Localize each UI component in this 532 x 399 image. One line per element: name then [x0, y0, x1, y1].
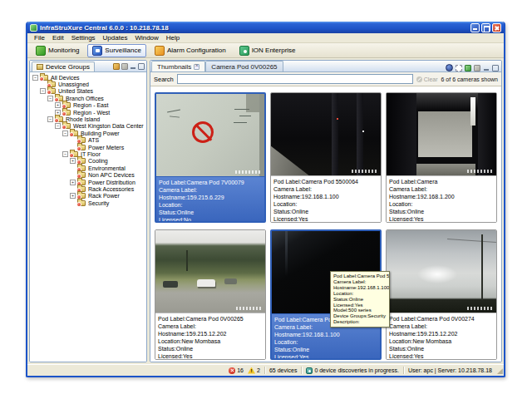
menu-file[interactable]: File [31, 34, 48, 42]
minimize-button[interactable] [470, 23, 480, 32]
tree-item-region-east[interactable]: Region - East [30, 102, 146, 109]
timestamp-overlay [352, 170, 378, 173]
perspective-toolbar: Monitoring Surveillance Alarm Configurat… [27, 43, 504, 58]
tooltip-hostname: Hostname:192.168.1.100 [333, 285, 387, 291]
surveillance-icon [92, 46, 102, 56]
expand-icon[interactable] [70, 180, 76, 185]
scene-detail [337, 118, 338, 120]
tree-item-it-floor[interactable]: IT Floor [30, 150, 146, 157]
expand-icon[interactable] [70, 158, 76, 164]
alarm-configuration-icon [155, 46, 165, 56]
view-menu-icon[interactable] [446, 64, 453, 71]
collapse-icon[interactable] [62, 131, 68, 136]
camera-card-5500064[interactable]: Pod Label:Camera Pod 5500064 Camera Labe… [270, 92, 382, 223]
status: Status:Online [389, 208, 494, 215]
monitoring-button[interactable]: Monitoring [31, 44, 84, 57]
scene-detail [197, 279, 215, 287]
tree-item-security[interactable]: Security [30, 200, 146, 206]
scene-detail [271, 140, 322, 175]
scene-detail [259, 94, 264, 176]
tree-item-region-west[interactable]: Region - West [30, 109, 146, 116]
camera-card-0V00265[interactable]: Pod Label:Camera Pod 0V00265 Camera Labe… [155, 229, 266, 360]
camera-label: Camera Label: [273, 185, 378, 193]
collapse-icon[interactable] [40, 88, 46, 94]
tree-item-west-kingston-data-center[interactable]: West Kingston Data Center [30, 123, 146, 130]
title-bar[interactable]: InfraStruXure Central 6.0.0 : 10.218.78.… [27, 22, 504, 33]
add-device-group-icon[interactable] [113, 63, 120, 70]
close-button[interactable] [492, 23, 501, 32]
spacer [70, 165, 76, 171]
collapse-icon[interactable] [32, 75, 38, 81]
camera-thumbnail[interactable] [156, 94, 264, 176]
camera-card-0V00274[interactable]: Pod Label:Camera Pod 0V00274 Camera Labe… [386, 229, 497, 360]
search-input[interactable] [177, 74, 413, 84]
scene-detail [470, 97, 475, 126]
scene-detail [362, 131, 364, 132]
menu-help[interactable]: Help [163, 34, 183, 42]
camera-thumbnail[interactable] [387, 230, 496, 313]
tree-item-branch-offices[interactable]: Branch Offices [30, 95, 146, 101]
collapse-icon[interactable] [55, 123, 61, 129]
tree-item-building-power[interactable]: Building Power [30, 130, 146, 136]
collapse-icon[interactable] [47, 116, 53, 122]
tree-item-rhode-island[interactable]: Rhode Island [30, 116, 146, 122]
separator [264, 367, 265, 374]
workspace: Device Groups All Devices Unassigned Uni… [27, 58, 504, 364]
folder-icon [77, 145, 86, 150]
tree-item-rack-power[interactable]: Rack Power [30, 193, 146, 200]
minimize-view-icon[interactable] [483, 65, 490, 71]
tree-item-power-distribution[interactable]: Power Distribution [30, 179, 146, 185]
scene-detail [186, 250, 188, 272]
device-groups-tab[interactable]: Device Groups [32, 62, 95, 71]
clear-button[interactable]: Clear [416, 76, 438, 82]
location: Location: [389, 200, 494, 208]
alarm-configuration-button[interactable]: Alarm Configuration [150, 44, 231, 57]
resize-grip[interactable] [497, 367, 503, 375]
tree-item-power-meters[interactable]: Power Meters [30, 144, 146, 150]
layout-icon[interactable] [456, 65, 462, 71]
surveillance-button[interactable]: Surveillance [87, 44, 146, 57]
camera-caption: Pod Label:Camera Pod 0V00274 Camera Labe… [387, 313, 496, 359]
collapse-all-icon[interactable] [121, 63, 128, 70]
menu-edit[interactable]: Edit [49, 34, 67, 42]
tab-close-icon[interactable] [194, 64, 200, 70]
warning-status[interactable]: 2 [248, 367, 260, 374]
tab-thumbnails[interactable]: Thumbnails [151, 61, 205, 71]
settings-icon[interactable] [474, 65, 480, 71]
camera-card-camera[interactable]: Pod Label:Camera Camera Label: Hostname:… [386, 92, 497, 223]
tree-item-rack-accessories[interactable]: Rack Accessories [30, 185, 146, 192]
minimize-view-icon[interactable] [130, 63, 136, 70]
expand-icon[interactable] [55, 102, 61, 108]
tree-item-ats[interactable]: ATS [30, 137, 146, 144]
menu-window[interactable]: Window [131, 34, 161, 42]
error-status[interactable]: 16 [229, 367, 244, 374]
tree-item-non-apc-devices[interactable]: Non APC Devices [30, 171, 146, 178]
camera-thumbnail[interactable] [387, 93, 496, 175]
maximize-view-icon[interactable] [138, 63, 145, 70]
tree-item-label: IT Floor [81, 151, 101, 157]
tree-item-environmental[interactable]: Environmental [30, 165, 146, 171]
maximize-button[interactable] [481, 23, 490, 32]
spacer [40, 81, 46, 87]
folder-icon [77, 200, 86, 206]
camera-card-7V00079[interactable]: Pod Label:Camera Pod 7V00079 Camera Labe… [155, 92, 266, 223]
menu-updates[interactable]: Updates [100, 34, 131, 42]
collapse-icon[interactable] [62, 151, 68, 157]
camera-label: Camera Label: [159, 186, 262, 194]
camera-thumbnail[interactable] [271, 93, 381, 175]
maximize-view-icon[interactable] [492, 65, 499, 71]
tree-item-united-states[interactable]: United States [30, 88, 146, 95]
ion-enterprise-button[interactable]: ION Enterprise [234, 44, 301, 57]
surveillance-panel: Thumbnails Camera Pod 0V00265 [150, 60, 502, 362]
tree-item-label: Power Distribution [88, 180, 135, 185]
menu-settings[interactable]: Settings [68, 34, 99, 42]
pod-label: Pod Label:Camera Pod 0V00274 [389, 315, 494, 323]
refresh-icon[interactable] [465, 65, 471, 71]
expand-icon[interactable] [70, 193, 76, 199]
camera-thumbnail[interactable] [155, 230, 265, 313]
tab-camera-pod[interactable]: Camera Pod 0V00265 [205, 61, 283, 71]
tree-item-cooling[interactable]: Cooling [30, 158, 146, 165]
collapse-icon[interactable] [47, 96, 53, 101]
location: Location: [273, 200, 378, 208]
camera-caption: Pod Label:Camera Pod 5500064 Camera Labe… [271, 175, 381, 222]
